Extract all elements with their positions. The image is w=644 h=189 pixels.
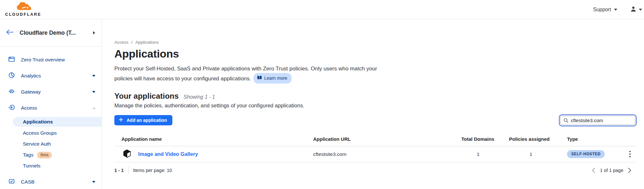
showing-count: Showing 1 - 1 (184, 94, 215, 100)
column-header-total-domains: Total Domains (454, 136, 502, 142)
user-icon (630, 6, 637, 14)
policies-assigned-cell: 1 (502, 151, 560, 157)
sidebar-item-access[interactable]: Access (0, 100, 101, 116)
chevron-down-icon[interactable] (92, 75, 95, 77)
page-status: 1 of 1 page (600, 168, 623, 173)
chevron-down-icon (614, 9, 617, 11)
breadcrumb-separator: / (131, 40, 133, 45)
items-per-page: Items per page: 10 (133, 168, 172, 173)
beta-badge: Beta (37, 152, 52, 158)
divider (128, 167, 129, 174)
sidebar-item-analytics[interactable]: Analytics (0, 68, 101, 84)
back-arrow-icon[interactable] (6, 30, 14, 36)
column-header-type: Type (560, 136, 624, 142)
table-row: Image and Video Gallery cftestsite3.com … (114, 146, 635, 162)
next-page-icon[interactable] (628, 167, 631, 173)
sidebar-item-tunnels[interactable]: Tunnels (0, 160, 101, 171)
breadcrumb-access[interactable]: Access (114, 40, 129, 45)
support-menu[interactable]: Support (593, 7, 617, 13)
table-footer: 1 - 1 Items per page: 10 1 of 1 page (114, 167, 635, 174)
page-description-text: Protect your Self-Hosted, SaaS and Priva… (114, 66, 377, 82)
sidebar-item-access-groups[interactable]: Access Groups (0, 128, 101, 139)
table-header-row: Application name Application URL Total D… (114, 136, 635, 146)
previous-page-icon[interactable] (592, 167, 595, 173)
items-range: 1 - 1 (114, 168, 124, 173)
sidebar-item-applications[interactable]: Applications (13, 117, 101, 127)
cloudflare-logo[interactable]: CLOUDFLARE (5, 2, 41, 17)
applications-table: Application name Application URL Total D… (114, 136, 635, 174)
sidebar-item-tags[interactable]: Tags Beta (0, 149, 101, 160)
sidebar-item-label: Tags (23, 152, 34, 158)
user-menu[interactable] (630, 6, 643, 14)
search-input[interactable] (571, 118, 632, 123)
sidebar-item-label: Access Groups (23, 130, 57, 136)
sidebar-item-label: Applications (23, 119, 53, 125)
column-header-application-url: Application URL (306, 136, 454, 142)
top-bar: CLOUDFLARE Support (0, 0, 644, 19)
add-application-label: Add an application (127, 118, 167, 123)
section-subheading: Manage the policies, authentication, and… (114, 103, 635, 109)
application-search (560, 116, 635, 125)
sidebar: Cloudflare Demo (T... Zero Trust overvie… (0, 19, 102, 189)
sidebar-item-label: Tunnels (23, 163, 41, 169)
access-subnav: Applications Access Groups Service Auth … (0, 117, 101, 171)
sidebar-nav: Zero Trust overview Analytics (0, 47, 101, 189)
chevron-up-icon[interactable] (93, 107, 95, 109)
page-title: Applications (114, 48, 635, 60)
breadcrumb: Access / Applications (114, 40, 635, 45)
sidebar-item-label: Service Auth (23, 141, 51, 147)
sidebar-item-label: Analytics (21, 73, 41, 79)
application-cube-icon (123, 149, 131, 159)
sidebar-item-label: Gateway (21, 89, 41, 95)
cloudflare-wordmark: CLOUDFLARE (5, 12, 41, 17)
sidebar-item-gateway[interactable]: Gateway (0, 84, 101, 100)
pagination: 1 of 1 page (592, 167, 635, 173)
chevron-down-icon[interactable] (92, 91, 95, 93)
sidebar-item-service-auth[interactable]: Service Auth (0, 139, 101, 149)
search-icon (563, 118, 568, 123)
account-switcher[interactable]: Cloudflare Demo (T... (0, 19, 101, 47)
gateway-icon (8, 88, 15, 96)
total-domains-cell: 1 (454, 151, 502, 157)
analytics-pie-icon (8, 72, 15, 80)
application-name-link[interactable]: Image and Video Gallery (138, 151, 198, 157)
chevron-down-icon (639, 9, 642, 11)
sidebar-item-label: CASB (21, 179, 34, 185)
type-badge: SELF-HOSTED (567, 150, 605, 158)
sidebar-item-casb[interactable]: CASB (0, 174, 101, 189)
column-header-policies-assigned: Policies assigned (502, 136, 560, 142)
page-description: Protect your Self-Hosted, SaaS and Priva… (114, 65, 382, 84)
learn-more-button[interactable]: Learn more (254, 73, 292, 84)
sidebar-item-label: Access (21, 105, 37, 111)
breadcrumb-applications[interactable]: Applications (135, 40, 159, 45)
sidebar-item-label: Zero Trust overview (21, 57, 65, 63)
sidebar-item-zero-trust-overview[interactable]: Zero Trust overview (0, 52, 101, 68)
access-icon (8, 104, 15, 112)
add-application-button[interactable]: Add an application (114, 115, 172, 125)
chevron-right-icon[interactable] (93, 31, 95, 34)
overview-icon (8, 56, 15, 64)
book-icon (257, 74, 262, 82)
section-heading: Your applications (114, 92, 179, 101)
account-name: Cloudflare Demo (T... (20, 30, 87, 36)
casb-icon (8, 178, 15, 186)
learn-more-label: Learn more (264, 74, 287, 82)
column-header-application-name: Application name (114, 136, 306, 142)
plus-icon (119, 118, 123, 123)
cloudflare-cloud-icon (15, 2, 32, 12)
application-url-cell: cftestsite3.com (306, 151, 454, 157)
main-content: Access / Applications Applications Prote… (102, 19, 644, 189)
support-label: Support (593, 7, 611, 13)
row-actions-kebab-icon[interactable] (624, 151, 635, 158)
chevron-down-icon[interactable] (92, 181, 95, 183)
